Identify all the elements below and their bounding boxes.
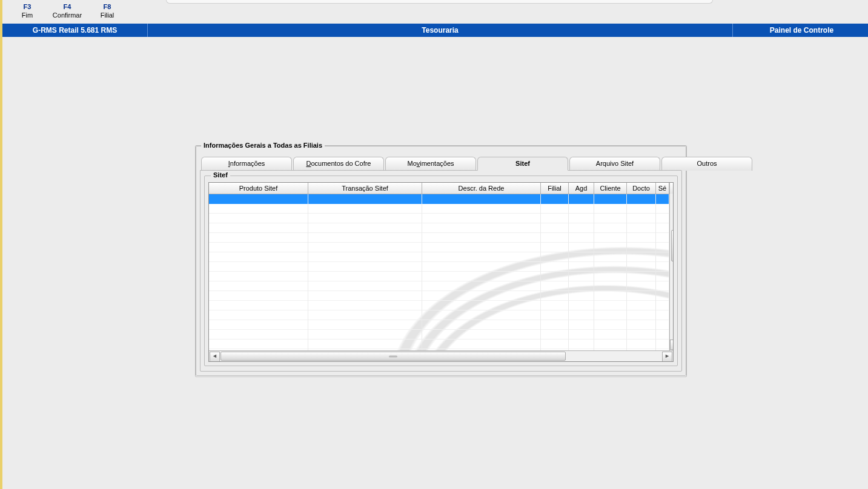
top-capsule — [166, 0, 713, 4]
tab-body: Sitef Produto Sitef Transação Sitef Desc… — [200, 170, 682, 372]
fkey-key: F8 — [104, 3, 111, 10]
col-agd[interactable]: Agd — [569, 183, 594, 194]
section-title[interactable]: Painel de Controle — [732, 24, 868, 37]
col-cliente[interactable]: Cliente — [594, 183, 627, 194]
tab-movimenta-es[interactable]: Movimentações — [385, 157, 476, 171]
groupbox-informacoes: Informações Gerais a Todas as Filiais In… — [196, 146, 686, 376]
grid-selected-row[interactable] — [209, 194, 669, 204]
col-descr-rede[interactable]: Descr. da Rede — [422, 183, 541, 194]
scroll-left-icon[interactable]: ◄ — [210, 352, 220, 362]
fkey-f4[interactable]: F4 Confirmar — [47, 2, 87, 22]
horizontal-scrollbar[interactable]: ◄ ► — [209, 350, 673, 361]
fkey-label: Confirmar — [53, 10, 82, 20]
fkey-f8[interactable]: F8 Filial — [87, 2, 127, 22]
grid-body[interactable] — [209, 194, 669, 350]
fkey-label: Filial — [101, 10, 114, 20]
tab-sitef[interactable]: Sitef — [477, 157, 568, 171]
title-bar: G-RMS Retail 5.681 RMS Tesouraria Painel… — [2, 24, 868, 37]
panel-informacoes-gerais: Informações Gerais a Todas as Filiais In… — [195, 145, 687, 377]
groupbox-sitef: Sitef Produto Sitef Transação Sitef Desc… — [204, 176, 678, 366]
hscroll-thumb[interactable] — [220, 352, 566, 361]
fkey-key: F3 — [24, 3, 31, 10]
tab-informa-es[interactable]: Informações — [201, 157, 292, 171]
grid-sitef: Produto Sitef Transação Sitef Descr. da … — [208, 182, 674, 362]
vertical-scrollbar[interactable]: ▼ — [669, 194, 674, 350]
module-title: Tesouraria — [148, 24, 732, 37]
vscroll-thumb[interactable] — [671, 230, 674, 261]
fkey-key: F4 — [64, 3, 71, 10]
fkey-f3[interactable]: F3 Fim — [7, 2, 47, 22]
col-produto-sitef[interactable]: Produto Sitef — [209, 183, 308, 194]
tab-arquivo-sitef[interactable]: Arquivo Sitef — [569, 157, 660, 171]
tab-outros[interactable]: Outros — [661, 157, 752, 171]
tab-documentos-do-cofre[interactable]: Documentos do Cofre — [293, 157, 384, 171]
grid-header: Produto Sitef Transação Sitef Descr. da … — [209, 183, 669, 194]
scroll-right-icon[interactable]: ► — [662, 352, 672, 362]
fkey-label: Fim — [22, 10, 33, 20]
groupbox-sitef-title: Sitef — [211, 171, 230, 179]
groupbox-title: Informações Gerais a Todas as Filiais — [201, 142, 325, 149]
col-transacao-sitef[interactable]: Transação Sitef — [308, 183, 422, 194]
tab-strip: InformaçõesDocumentos do CofreMovimentaç… — [201, 156, 681, 170]
col-docto[interactable]: Docto — [627, 183, 656, 194]
app-title: G-RMS Retail 5.681 RMS — [2, 24, 148, 37]
sort-asc-icon[interactable]: ▲ — [669, 183, 674, 194]
col-se[interactable]: Sé — [656, 183, 669, 194]
scroll-down-icon[interactable]: ▼ — [670, 340, 674, 350]
col-filial[interactable]: Filial — [541, 183, 569, 194]
